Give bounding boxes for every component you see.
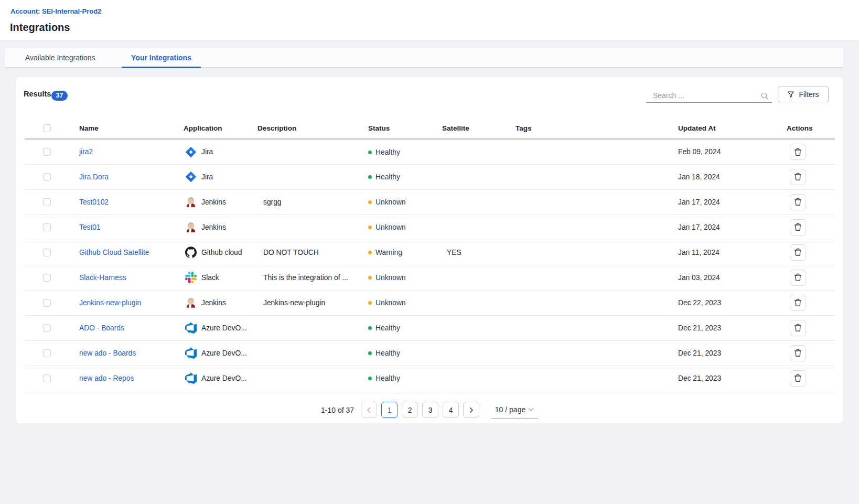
- status-label: Healthy: [375, 173, 400, 181]
- integration-name-link[interactable]: Test0102: [79, 198, 109, 206]
- row-checkbox[interactable]: [43, 274, 51, 282]
- integration-name-link[interactable]: Jenkins-new-plugin: [79, 299, 141, 307]
- delete-button[interactable]: [790, 270, 806, 286]
- updated-at-cell: Jan 03, 2024: [678, 265, 787, 290]
- satellite-cell: YES: [442, 240, 516, 265]
- status-label: Warning: [375, 249, 402, 256]
- search-input[interactable]: [646, 88, 772, 102]
- tab-available-integrations[interactable]: Available Integrations: [16, 48, 105, 67]
- status-dot: [368, 377, 372, 380]
- description-cell: This is the integration of ...: [257, 265, 368, 290]
- application-label: Jenkins: [201, 198, 226, 206]
- column-header-tags: Tags: [516, 118, 678, 139]
- application-label: Jenkins: [201, 299, 226, 307]
- status-dot: [368, 175, 372, 179]
- table-row: Github Cloud SatelliteGithub cloudDO NOT…: [25, 240, 835, 265]
- status-dot: [368, 151, 372, 154]
- application-label: Azure DevO...: [201, 374, 247, 382]
- tags-cell: [516, 240, 678, 265]
- column-header-updated-at: Updated At: [678, 118, 787, 139]
- delete-button[interactable]: [790, 320, 806, 336]
- updated-at-cell: Dec 21, 2023: [678, 366, 787, 391]
- delete-button[interactable]: [790, 295, 806, 311]
- delete-button[interactable]: [790, 244, 806, 261]
- next-page-button[interactable]: [463, 402, 479, 418]
- delete-button[interactable]: [790, 194, 806, 210]
- status-cell: Unknown: [368, 189, 442, 215]
- page-button-2[interactable]: 2: [402, 402, 418, 418]
- table-row: Test0102JenkinssgrggUnknownJan 17, 2024: [25, 189, 835, 215]
- status-cell: Unknown: [368, 265, 442, 290]
- trash-icon: [794, 223, 802, 231]
- row-checkbox[interactable]: [43, 148, 51, 156]
- page-button-1[interactable]: 1: [381, 402, 398, 418]
- updated-at-cell: Dec 21, 2023: [678, 315, 787, 340]
- row-checkbox[interactable]: [43, 324, 51, 332]
- filters-button[interactable]: Filters: [778, 87, 829, 102]
- integration-name-link[interactable]: Github Cloud Satellite: [79, 249, 149, 256]
- previous-page-button[interactable]: [361, 402, 377, 418]
- table-row: Jenkins-new-pluginJenkinsJenkins-new-plu…: [25, 290, 835, 315]
- tags-cell: [516, 164, 678, 189]
- page-size-select[interactable]: 10 / page: [491, 401, 538, 419]
- row-checkbox[interactable]: [43, 249, 51, 256]
- application-label: Azure DevO...: [201, 324, 247, 332]
- description-cell: [257, 366, 368, 391]
- search-box: [646, 88, 772, 103]
- tags-cell: [516, 340, 678, 366]
- delete-button[interactable]: [790, 345, 806, 361]
- row-checkbox[interactable]: [43, 223, 51, 231]
- delete-button[interactable]: [790, 219, 806, 235]
- satellite-cell: [442, 315, 516, 340]
- azure-icon: [185, 322, 197, 334]
- status-dot: [368, 301, 372, 305]
- row-checkbox[interactable]: [43, 198, 51, 206]
- trash-icon: [794, 349, 802, 357]
- azure-icon: [185, 347, 197, 359]
- satellite-cell: [442, 265, 516, 290]
- jira-icon: [185, 171, 197, 183]
- tags-cell: [516, 366, 678, 391]
- tags-cell: [516, 189, 678, 215]
- integration-name-link[interactable]: new ado - Repos: [79, 374, 134, 382]
- integration-name-link[interactable]: jira2: [79, 148, 93, 156]
- row-checkbox[interactable]: [43, 299, 51, 307]
- status-label: Unknown: [375, 223, 406, 231]
- github-icon: [185, 246, 197, 258]
- integration-name-link[interactable]: ADO - Boards: [79, 324, 124, 332]
- status-label: Unknown: [375, 198, 406, 206]
- page-button-3[interactable]: 3: [422, 402, 438, 418]
- tab-your-integrations[interactable]: Your Integrations: [122, 48, 201, 67]
- row-checkbox[interactable]: [43, 349, 51, 357]
- integration-name-link[interactable]: Slack-Harness: [79, 274, 126, 282]
- filters-button-label: Filters: [799, 90, 819, 99]
- table-row: new ado - ReposAzure DevO...HealthyDec 2…: [25, 366, 835, 391]
- column-header-description: Description: [257, 118, 368, 139]
- integration-name-link[interactable]: Jira Dora: [79, 173, 109, 181]
- integration-name-link[interactable]: new ado - Boards: [79, 349, 136, 357]
- tab-bar: Available Integrations Your Integrations: [5, 48, 843, 68]
- row-checkbox[interactable]: [43, 374, 51, 382]
- updated-at-cell: Dec 22, 2023: [678, 290, 787, 315]
- slack-icon: [185, 272, 197, 283]
- jira-icon: [185, 146, 197, 158]
- status-cell: Healthy: [368, 139, 442, 164]
- pagination: 1-10 of 37 1234 10 / page: [16, 401, 843, 419]
- delete-button[interactable]: [790, 144, 806, 160]
- integration-name-link[interactable]: Test01: [79, 223, 101, 231]
- description-cell: [257, 340, 368, 366]
- satellite-cell: [442, 290, 516, 315]
- row-checkbox[interactable]: [43, 173, 51, 181]
- tags-cell: [516, 315, 678, 340]
- delete-button[interactable]: [790, 370, 806, 387]
- satellite-cell: [442, 366, 516, 391]
- trash-icon: [794, 198, 802, 206]
- account-link[interactable]: Account: SEI-Internal-Prod2: [10, 7, 101, 15]
- page-buttons: 1234: [379, 402, 461, 418]
- status-label: Healthy: [375, 324, 400, 332]
- page-button-4[interactable]: 4: [443, 402, 459, 418]
- column-header-satellite: Satellite: [442, 118, 516, 139]
- application-label: Jenkins: [201, 223, 226, 231]
- select-all-checkbox[interactable]: [43, 124, 51, 132]
- delete-button[interactable]: [790, 169, 806, 185]
